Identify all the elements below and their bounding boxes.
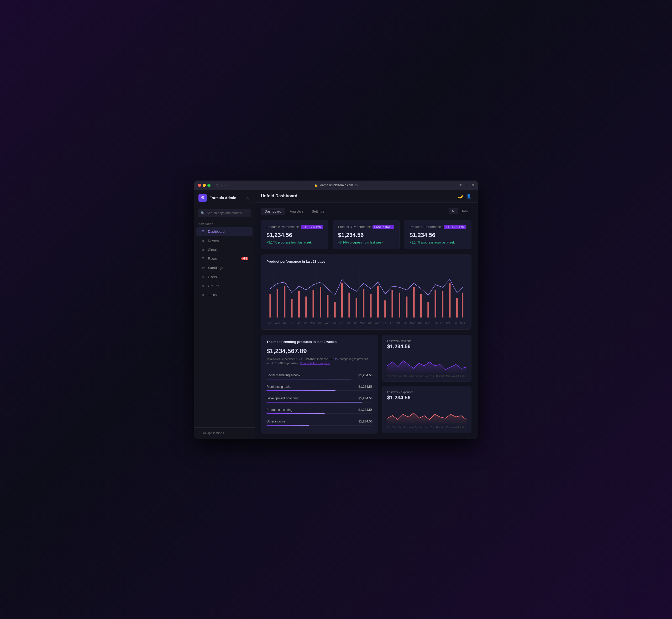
- svg-rect-9: [313, 290, 314, 318]
- sidebar-item-dashboard[interactable]: ⊞ Dashboard: [196, 227, 253, 236]
- drivers-icon: ○: [201, 238, 205, 243]
- chart-x-labels: Tue Wed Thu Fri Sat Sun Mon Tue Wed Thu …: [266, 322, 466, 325]
- minimize-button[interactable]: [203, 184, 206, 187]
- new-button[interactable]: New: [459, 208, 471, 214]
- chart-label: Mon: [310, 322, 315, 325]
- sidebar-item-drivers[interactable]: ○ Drivers: [196, 236, 253, 245]
- chart-label: Wed: [375, 322, 380, 325]
- right-column: Last week revenue $1,234.56: [382, 335, 471, 433]
- sidebar-item-groups[interactable]: ○ Groups: [196, 282, 253, 290]
- progress-fill: [266, 379, 351, 380]
- card-a-badge: LAST 7 DAYS: [301, 225, 323, 229]
- card-b-header: Product B Performance LAST 7 DAYS: [338, 225, 395, 229]
- card-c-badge: LAST 7 DAYS: [444, 225, 466, 229]
- close-button[interactable]: [198, 184, 201, 187]
- chart-label: Fri: [340, 322, 343, 325]
- card-b-badge: LAST 7 DAYS: [373, 225, 395, 229]
- chart-title: Product performance in last 28 days: [266, 260, 466, 264]
- trending-section: The most trending products in last 2 wee…: [261, 335, 378, 433]
- tab-analytics[interactable]: Analytics: [286, 208, 307, 215]
- svg-rect-13: [341, 283, 343, 318]
- svg-rect-11: [327, 295, 328, 318]
- svg-rect-23: [413, 287, 415, 318]
- theme-toggle-icon[interactable]: 🌙: [458, 194, 463, 199]
- url-bar[interactable]: 🔒 demo.unfoldadmin.com ↻: [314, 184, 358, 187]
- forward-arrow-icon[interactable]: ›: [225, 183, 226, 187]
- view-analytics-link[interactable]: View detailed analytics.: [300, 362, 330, 365]
- all-applications-link[interactable]: ⠿ All applications: [194, 427, 255, 439]
- chart-label: Tue: [368, 322, 372, 325]
- card-b-progress: +3.14% progress from last week: [338, 240, 395, 244]
- nav-arrows: ⊡ ‹ ›: [216, 183, 226, 187]
- grid-icon: ⠿: [198, 431, 201, 435]
- svg-rect-29: [456, 298, 458, 318]
- card-a-header: Product A Performance LAST 7 DAYS: [266, 225, 323, 229]
- all-applications-label: All applications: [203, 431, 224, 435]
- refresh-icon[interactable]: ↻: [355, 184, 358, 187]
- chart-label: Sat: [446, 322, 450, 325]
- svg-rect-20: [392, 290, 393, 318]
- progress-fill: [266, 413, 325, 414]
- svg-rect-3: [269, 294, 271, 318]
- tabs: Dashboard Analytics Settings All New: [261, 208, 471, 215]
- sidebar-item-standings[interactable]: ☆ Standings: [196, 264, 253, 272]
- tasks-icon: ○: [201, 292, 205, 297]
- nav-section-label: Navigation: [194, 220, 255, 227]
- copy-icon[interactable]: ⧉: [472, 183, 474, 187]
- card-a-label: Product A Performance: [266, 225, 299, 229]
- chart-label: Sat: [396, 322, 400, 325]
- tab-actions: All New: [449, 208, 471, 214]
- sidebar-toggle-icon[interactable]: ⊡: [216, 183, 219, 187]
- svg-rect-14: [348, 292, 350, 318]
- sidebar-item-label: Dashboard: [208, 229, 225, 233]
- search-box[interactable]: 🔍 Search apps and models...: [198, 209, 251, 217]
- chart-label: Thu: [383, 322, 388, 325]
- trending-item-value: $1,234.56: [358, 408, 373, 412]
- brand-icon: ⚙: [198, 194, 207, 202]
- performance-chart-section: Product performance in last 28 days: [261, 255, 471, 330]
- tab-settings[interactable]: Settings: [308, 208, 328, 215]
- sidebar-item-label: Users: [208, 275, 217, 279]
- chart-label: Sun: [352, 322, 357, 325]
- trending-item-3: Product consulting $1,234.56: [266, 405, 373, 417]
- standings-icon: ☆: [201, 266, 205, 270]
- share-icon[interactable]: ⬆: [459, 183, 462, 187]
- chart-label: Wed: [325, 322, 330, 325]
- trending-item-2: Development coaching $1,234.56: [266, 394, 373, 405]
- chart-label: Sun: [453, 322, 458, 325]
- product-card-a: Product A Performance LAST 7 DAYS $1,234…: [261, 220, 328, 249]
- sidebar-item-races[interactable]: ⊟ Races +51: [196, 254, 253, 263]
- all-button[interactable]: All: [449, 208, 458, 214]
- sidebar-item-circuits[interactable]: ○ Circuits: [196, 245, 253, 254]
- chart-label: Thu: [333, 322, 337, 325]
- trending-item-value: $1,234.56: [358, 373, 373, 377]
- user-icon[interactable]: 👤: [466, 194, 471, 199]
- gear-icon: ⚙: [201, 195, 204, 200]
- chart-label: Sun: [460, 322, 465, 325]
- svg-rect-17: [370, 294, 372, 318]
- svg-rect-16: [363, 289, 364, 318]
- svg-rect-12: [334, 302, 336, 318]
- sidebar-item-users[interactable]: ○ Users: [196, 273, 253, 281]
- trending-item-value: $1,234.56: [358, 385, 373, 389]
- new-tab-icon[interactable]: +: [466, 183, 468, 187]
- tab-dashboard[interactable]: Dashboard: [261, 208, 285, 215]
- chart-label: Mon: [360, 322, 365, 325]
- progress-fill: [266, 425, 309, 426]
- chart-label: Fri: [440, 322, 443, 325]
- chart-label: Sat: [346, 322, 350, 325]
- progress-bar: [266, 402, 373, 403]
- maximize-button[interactable]: [207, 184, 210, 187]
- sidebar-nav: ⊞ Dashboard ○ Drivers ○ Circuits ⊟ Races…: [194, 227, 255, 299]
- sidebar-item-label: Races: [208, 257, 218, 261]
- trending-item-name: Other income: [266, 420, 285, 423]
- sidebar-item-tasks[interactable]: ○ Tasks: [196, 290, 253, 299]
- collapse-sidebar-button[interactable]: ◁: [244, 195, 251, 201]
- expenses-value: $1,234.56: [387, 395, 466, 401]
- expenses-label: Last week expenses: [387, 391, 466, 394]
- back-arrow-icon[interactable]: ‹: [221, 183, 222, 187]
- svg-rect-6: [291, 299, 292, 318]
- search-placeholder: Search apps and models...: [207, 211, 245, 215]
- card-c-label: Product C Performance: [409, 225, 442, 229]
- sidebar: ⚙ Formula Admin ◁ 🔍 Search apps and mode…: [194, 190, 255, 439]
